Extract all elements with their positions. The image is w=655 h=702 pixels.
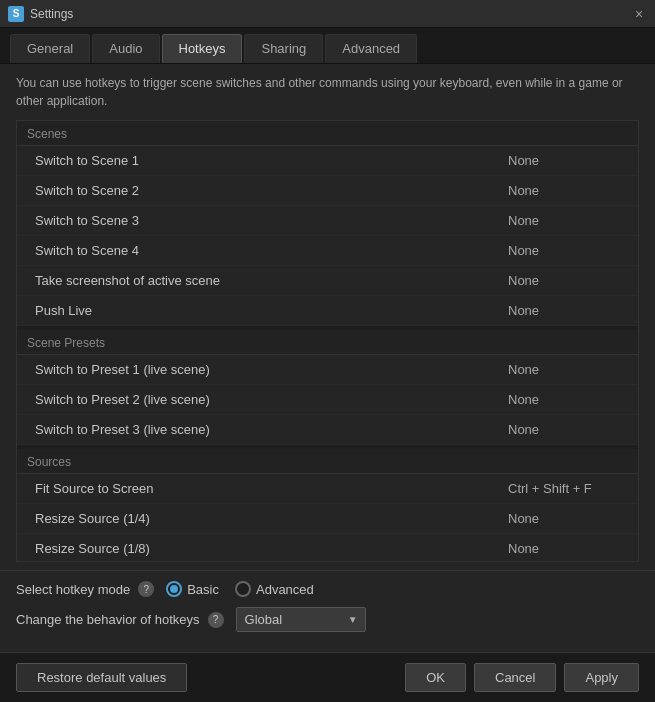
- ok-button[interactable]: OK: [405, 663, 466, 692]
- footer-right: OK Cancel Apply: [405, 663, 639, 692]
- hotkey-switch-scene-4: Switch to Scene 4 None: [17, 236, 638, 266]
- hotkey-switch-scene-2: Switch to Scene 2 None: [17, 176, 638, 206]
- title-bar: S Settings ×: [0, 0, 655, 28]
- radio-basic[interactable]: Basic: [166, 581, 219, 597]
- behavior-select[interactable]: Global Application Scene: [236, 607, 366, 632]
- hotkey-mode-row: Select hotkey mode ? Basic Advanced: [16, 581, 639, 597]
- footer: Restore default values OK Cancel Apply: [0, 652, 655, 702]
- hotkey-resize-quarter: Resize Source (1/4) None: [17, 504, 638, 534]
- hotkey-screenshot: Take screenshot of active scene None: [17, 266, 638, 296]
- radio-basic-circle: [166, 581, 182, 597]
- hotkeys-scroll[interactable]: Scenes Switch to Scene 1 None Switch to …: [17, 121, 638, 561]
- section-sources: Sources: [17, 449, 638, 474]
- tab-general[interactable]: General: [10, 34, 90, 63]
- options-section: Select hotkey mode ? Basic Advanced Chan…: [0, 570, 655, 652]
- behavior-select-wrapper: Global Application Scene ▼: [236, 607, 366, 632]
- description-text: You can use hotkeys to trigger scene swi…: [0, 64, 655, 120]
- app-icon: S: [8, 6, 24, 22]
- tab-bar: General Audio Hotkeys Sharing Advanced: [0, 28, 655, 64]
- section-scenes: Scenes: [17, 121, 638, 146]
- hotkey-mode-radio-group: Basic Advanced: [166, 581, 314, 597]
- title-bar-text: Settings: [30, 7, 631, 21]
- tab-sharing[interactable]: Sharing: [244, 34, 323, 63]
- cancel-button[interactable]: Cancel: [474, 663, 556, 692]
- radio-advanced-label: Advanced: [256, 582, 314, 597]
- hotkey-switch-scene-1: Switch to Scene 1 None: [17, 146, 638, 176]
- tab-hotkeys[interactable]: Hotkeys: [162, 34, 243, 63]
- close-button[interactable]: ×: [631, 6, 647, 22]
- tab-advanced[interactable]: Advanced: [325, 34, 417, 63]
- radio-advanced-circle: [235, 581, 251, 597]
- apply-button[interactable]: Apply: [564, 663, 639, 692]
- hotkey-mode-label: Select hotkey mode: [16, 582, 130, 597]
- radio-advanced[interactable]: Advanced: [235, 581, 314, 597]
- hotkey-preset-3: Switch to Preset 3 (live scene) None: [17, 415, 638, 445]
- hotkey-push-live: Push Live None: [17, 296, 638, 326]
- hotkey-resize-eighth: Resize Source (1/8) None: [17, 534, 638, 561]
- behavior-row: Change the behavior of hotkeys ? Global …: [16, 607, 639, 632]
- hotkey-fit-source: Fit Source to Screen Ctrl + Shift + F: [17, 474, 638, 504]
- window-content: General Audio Hotkeys Sharing Advanced Y…: [0, 28, 655, 702]
- behavior-label: Change the behavior of hotkeys: [16, 612, 200, 627]
- tab-audio[interactable]: Audio: [92, 34, 159, 63]
- restore-defaults-button[interactable]: Restore default values: [16, 663, 187, 692]
- behavior-help-icon[interactable]: ?: [208, 612, 224, 628]
- hotkey-preset-2: Switch to Preset 2 (live scene) None: [17, 385, 638, 415]
- hotkey-preset-1: Switch to Preset 1 (live scene) None: [17, 355, 638, 385]
- hotkey-mode-help-icon[interactable]: ?: [138, 581, 154, 597]
- footer-left: Restore default values: [16, 663, 405, 692]
- section-scene-presets: Scene Presets: [17, 330, 638, 355]
- hotkeys-list-container: Scenes Switch to Scene 1 None Switch to …: [16, 120, 639, 562]
- radio-basic-label: Basic: [187, 582, 219, 597]
- hotkey-switch-scene-3: Switch to Scene 3 None: [17, 206, 638, 236]
